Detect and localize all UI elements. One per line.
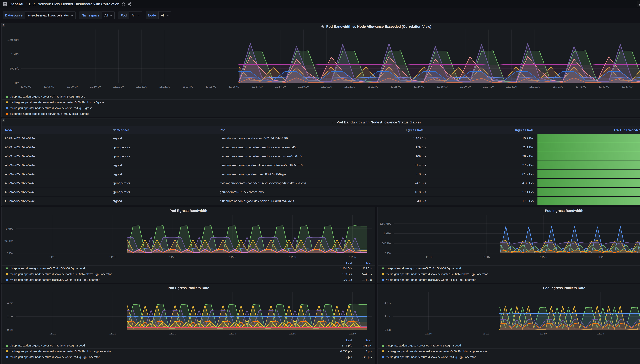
table-cell: i-0794ad22c07fe524e <box>2 134 109 143</box>
table-cell: 15.7 B/s <box>429 134 537 143</box>
legend-row[interactable]: nvidia-gpu-operator-node-feature-discove… <box>378 348 640 354</box>
series-label[interactable]: nvidia-gpu-operator-node-feature-discove… <box>10 101 104 104</box>
series-label[interactable]: nvidia-gpu-operator-node-feature-discove… <box>10 356 100 359</box>
legend-row[interactable]: nvidia-gpu-operator-node-feature-discove… <box>2 271 375 277</box>
x-axis-label: 11:15 <box>483 255 490 259</box>
panel-title[interactable]: Pod Bandwidth with Node Allowance Status… <box>2 118 640 126</box>
table-column-header[interactable]: Node <box>2 128 109 132</box>
series-color-swatch <box>382 273 384 275</box>
dashboards-grid-icon[interactable] <box>3 2 7 6</box>
legend-row[interactable]: blueprints-addon-argocd-server-5d748dd54… <box>378 266 640 271</box>
x-axis-label: 11:30 <box>289 332 296 335</box>
legend-row[interactable]: nvidia-gpu-operator-node-feature-discove… <box>378 277 640 283</box>
y-axis-label: 1.50 kB/s <box>378 222 391 225</box>
series-label[interactable]: nvidia-gpu-operator-node-feature-discove… <box>10 278 100 282</box>
panel-title[interactable]: Pod Egress Packets Rate <box>2 284 375 292</box>
series-color-swatch <box>6 107 8 109</box>
table-column-header[interactable]: BW Out Exceeded <box>537 128 640 132</box>
legend-stat-value: 179 B/s <box>333 278 352 282</box>
egress-packets-legend: LastMaxblueprints-addon-argocd-server-5d… <box>2 338 375 360</box>
series-label[interactable]: nvidia-gpu-operator-node-feature-discove… <box>10 350 112 353</box>
legend-stat-value: 109 B/s <box>333 272 352 276</box>
legend-stat-header[interactable]: Max <box>352 262 372 265</box>
series-label[interactable]: nvidia-gpu-operator-node-feature-discove… <box>10 272 112 276</box>
table-column-header[interactable]: Egress Rate ↓ <box>324 128 429 132</box>
panel-info-icon[interactable]: i <box>2 118 5 122</box>
table-cell: 81.2 B/s <box>429 170 537 179</box>
panel-title[interactable]: Pod Ingress Bandwidth <box>378 207 640 214</box>
panel-title[interactable]: Pod Ingress Packets Rate <box>378 284 640 292</box>
x-axis-label: 11:08:00 <box>44 85 55 88</box>
table-cell: i-0794ad22c07fe524e <box>2 161 109 170</box>
series-label[interactable]: blueprints-addon-argocd-server-5d748dd54… <box>10 344 85 347</box>
legend-stat-header[interactable]: Max <box>352 339 372 342</box>
legend-row[interactable]: nvidia-gpu-operator-node-feature-discove… <box>378 354 640 360</box>
legend-row[interactable]: blueprints-addon-argocd-server-5d748dd54… <box>2 266 375 271</box>
table-row: i-0794ad22c07fe524eargocdblueprints-addo… <box>2 170 640 179</box>
panel-bandwidth-table: i Pod Bandwidth with Node Allowance Stat… <box>2 118 640 206</box>
x-axis-label: 11:29:00 <box>529 85 540 88</box>
table-cell: 81.4 B/s <box>324 161 429 170</box>
legend-stat-header[interactable]: Last <box>333 262 352 265</box>
table-column-header[interactable]: Pod <box>216 128 324 132</box>
star-icon[interactable] <box>122 2 125 6</box>
series-color-swatch <box>6 279 8 281</box>
series-label[interactable]: nvidia-gpu-operator-node-feature-discove… <box>386 356 476 359</box>
series-label[interactable]: blueprints-addon-argocd-server-5d748dd54… <box>10 95 85 98</box>
legend-row[interactable]: blueprints-addon-argocd-server-5d748dd54… <box>2 343 375 348</box>
series-color-swatch <box>6 356 8 358</box>
series-color-swatch <box>382 356 384 358</box>
series-label[interactable]: blueprints-addon-argocd-repo-server-6f75… <box>10 112 89 116</box>
table-cell: 24.1 B/s <box>324 179 429 188</box>
x-axis-label: 11:12:00 <box>136 85 147 88</box>
series-label[interactable]: nvidia-gpu-operator-node-feature-discove… <box>386 350 488 353</box>
dashboard-title[interactable]: EKS Network Flow Monitor Dashboard with … <box>29 2 119 6</box>
series-label[interactable]: blueprints-addon-argocd-server-5d748dd54… <box>386 267 461 270</box>
namespace-dropdown[interactable]: All <box>102 12 115 19</box>
legend-row[interactable]: blueprints-addon-argocd-server-5d748dd54… <box>378 343 640 348</box>
series-label[interactable]: nvidia-gpu-operator-node-feature-discove… <box>386 272 488 276</box>
legend-row[interactable]: nvidia-gpu-operator-node-feature-discove… <box>2 277 375 283</box>
x-axis-label: 11:20 <box>540 332 547 335</box>
table-cell: 17.6 B/s <box>429 197 537 206</box>
y-axis-label: 4 p/s <box>2 302 13 305</box>
variable-label: Namespace <box>79 12 102 19</box>
series-label[interactable]: blueprints-addon-argocd-server-5d748dd54… <box>386 344 461 347</box>
legend-row[interactable]: nvidia-gpu-operator-node-feature-discove… <box>378 271 640 277</box>
datasource-dropdown[interactable]: aws-observability-accelerator <box>25 12 76 19</box>
x-axis-label: 11:15:00 <box>205 85 216 88</box>
pod-dropdown[interactable]: All <box>129 12 142 19</box>
table-column-header[interactable]: Namespace <box>109 128 216 132</box>
share-icon[interactable] <box>128 2 132 6</box>
panel-ingress-bandwidth: Pod Ingress Bandwidth 0 B/s500 B/s1 kB/s… <box>377 207 640 283</box>
breadcrumb-folder[interactable]: General <box>10 2 23 6</box>
legend-row[interactable]: nvidia-gpu-operator-node-feature-discove… <box>2 100 640 105</box>
table-cell: gpu-operator <box>109 188 216 197</box>
table-column-header[interactable]: Ingress Rate <box>429 128 537 132</box>
series-label[interactable]: nvidia-gpu-operator-node-feature-discove… <box>386 278 476 282</box>
legend-row[interactable]: nvidia-gpu-operator-node-feature-discove… <box>2 354 375 360</box>
y-axis-label: 2 p/s <box>2 315 13 318</box>
legend-row[interactable]: blueprints-addon-argocd-repo-server-6f75… <box>2 111 640 117</box>
series-label[interactable]: blueprints-addon-argocd-server-5d748dd54… <box>10 267 85 270</box>
x-axis-label: 11:20 <box>169 255 176 259</box>
legend-row[interactable]: nvidia-gpu-operator-node-feature-discove… <box>2 105 640 111</box>
legend-stat-header[interactable]: Last <box>333 339 352 342</box>
legend-stat-value: 3.77 p/s <box>333 344 352 347</box>
panel-title[interactable]: Pod Bandwidth vs Node Allowance Exceeded… <box>2 23 640 30</box>
panel-info-icon[interactable]: i <box>2 23 5 27</box>
legend-row[interactable]: nvidia-gpu-operator-node-feature-discove… <box>2 348 375 354</box>
variable-label: Datasource <box>3 12 25 19</box>
panel-title[interactable]: Pod Egress Bandwidth <box>2 207 375 214</box>
series-label[interactable]: nvidia-gpu-operator-node-feature-discove… <box>10 106 92 110</box>
series-color-swatch <box>6 268 8 270</box>
series-color-swatch <box>382 345 384 346</box>
node-dropdown[interactable]: All <box>158 12 171 19</box>
legend-row[interactable]: blueprints-addon-argocd-server-5d748dd54… <box>2 94 640 100</box>
table-row: i-0794ad22c07fe524egpu-operatornvidia-gp… <box>2 143 640 152</box>
variable-node: Node All <box>146 12 171 19</box>
x-axis-label: 11:26:00 <box>460 85 471 88</box>
add-panel-button[interactable] <box>637 1 640 8</box>
table-cell: 13.8 B/s <box>324 188 429 197</box>
series-color-swatch <box>6 273 8 275</box>
